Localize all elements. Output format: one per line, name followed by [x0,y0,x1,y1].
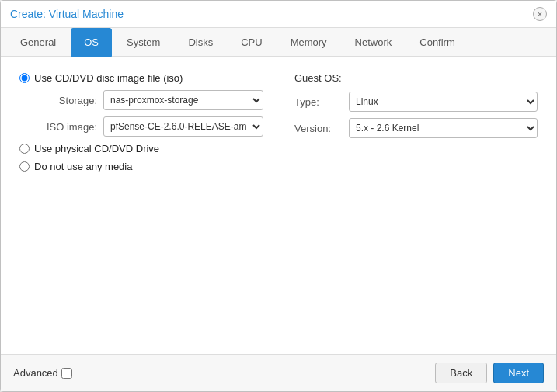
use-physical-radio[interactable] [19,144,30,154]
iso-row: ISO image: pfSense-CE-2.6.0-RELEASE-am [35,116,263,137]
dialog-footer: Advanced Back Next [1,354,556,391]
advanced-checkbox[interactable] [61,368,72,379]
version-select[interactable]: 5.x - 2.6 Kernel [349,118,538,138]
tab-system[interactable]: System [113,28,173,57]
next-button[interactable]: Next [493,363,544,383]
dialog-titlebar: Create: Virtual Machine × [1,1,556,28]
use-iso-radio[interactable] [19,73,30,83]
guest-os-label: Guest OS: [294,72,538,84]
tab-network[interactable]: Network [342,28,406,57]
use-physical-label: Use physical CD/DVD Drive [34,143,159,154]
storage-row: Storage: nas-proxmox-storage [35,90,263,110]
storage-select[interactable]: nas-proxmox-storage [103,90,263,110]
version-row: Version: 5.x - 2.6 Kernel [294,118,538,138]
use-physical-option[interactable]: Use physical CD/DVD Drive [19,143,263,154]
right-section: Guest OS: Type: Linux Version: 5.x - 2.6… [294,72,538,183]
tab-cpu[interactable]: CPU [228,28,275,57]
tab-general[interactable]: General [7,28,69,57]
left-section: Use CD/DVD disc image file (iso) Storage… [19,72,263,183]
version-label: Version: [294,123,349,134]
content-row: Use CD/DVD disc image file (iso) Storage… [19,72,538,183]
no-media-option[interactable]: Do not use any media [19,161,263,172]
no-media-label: Do not use any media [34,161,132,172]
storage-label: Storage: [35,95,97,106]
back-button[interactable]: Back [435,363,487,383]
tab-confirm[interactable]: Confirm [406,28,468,57]
close-button[interactable]: × [533,7,547,21]
iso-label: ISO image: [35,121,97,133]
tab-bar: General OS System Disks CPU Memory Netwo… [1,28,556,57]
media-options: Use CD/DVD disc image file (iso) Storage… [19,72,263,172]
no-media-radio[interactable] [19,161,30,172]
dialog-title: Create: Virtual Machine [10,8,124,20]
dialog-content: Use CD/DVD disc image file (iso) Storage… [1,57,556,354]
tab-memory[interactable]: Memory [277,28,340,57]
advanced-label: Advanced [13,367,58,379]
use-iso-option[interactable]: Use CD/DVD disc image file (iso) [19,72,263,84]
iso-select[interactable]: pfSense-CE-2.6.0-RELEASE-am [103,116,263,137]
type-label: Type: [294,96,349,108]
tab-disks[interactable]: Disks [175,28,226,57]
advanced-section: Advanced [13,367,72,379]
type-select[interactable]: Linux [349,92,538,112]
type-row: Type: Linux [294,92,538,112]
use-iso-label: Use CD/DVD disc image file (iso) [34,72,183,84]
tab-os[interactable]: OS [71,28,112,57]
create-vm-dialog: Create: Virtual Machine × General OS Sys… [0,0,557,392]
